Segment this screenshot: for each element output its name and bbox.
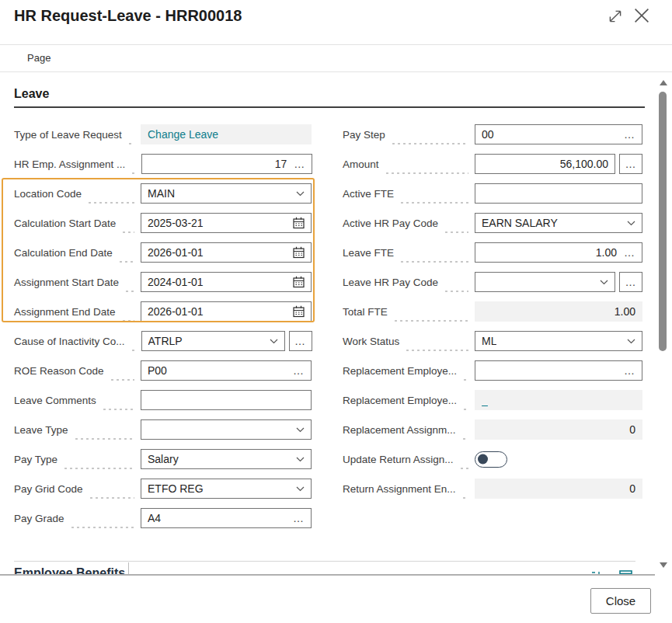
calendar-icon[interactable]: [293, 217, 305, 229]
dotted-leader: [385, 154, 468, 174]
dotted-leader: [110, 360, 134, 381]
leave-comments-field[interactable]: [141, 390, 312, 410]
assist-ellipsis-icon[interactable]: …: [293, 514, 305, 522]
field-label: Active HR Pay Code: [343, 218, 438, 229]
field-row-assignment-end-date: Assignment End Date 2026-01-01: [14, 301, 312, 322]
dotted-leader: [124, 272, 134, 292]
field-label: Amount: [343, 158, 379, 170]
field-label: Return Assignment En...: [343, 483, 456, 495]
assist-ellipsis-button[interactable]: …: [619, 272, 642, 292]
field-label: Assignment Start Date: [14, 277, 119, 288]
active-hr-pay-code-select[interactable]: EARN SALARY: [475, 213, 642, 233]
dotted-leader: [131, 154, 135, 174]
pay-grade-field[interactable]: A4…: [141, 508, 312, 528]
pay-step-field[interactable]: 00…: [475, 124, 642, 144]
dotted-leader: [462, 360, 468, 381]
section-title-leave: Leave: [14, 87, 49, 101]
calculation-end-date-field[interactable]: 2026-01-01: [141, 242, 312, 263]
replacement-employee-field[interactable]: …: [475, 360, 642, 381]
dialog-title: HR Request-Leave - HRR00018: [14, 7, 242, 25]
chevron-down-icon: [296, 486, 305, 492]
dotted-leader: [399, 242, 468, 263]
field-label: HR Emp. Assignment ...: [14, 158, 125, 170]
field-row-replacement-employee-name: Replacement Employe... _: [343, 390, 642, 410]
field-label: Replacement Employe...: [343, 365, 457, 377]
chevron-down-icon: [600, 280, 608, 285]
dotted-leader: [121, 213, 134, 233]
assist-ellipsis-icon[interactable]: …: [624, 367, 635, 374]
field-label: Leave Type: [14, 424, 68, 436]
hr-emp-assignment-field[interactable]: 17…: [141, 154, 312, 174]
field-label: Work Status: [343, 336, 399, 347]
field-label: Pay Type: [14, 454, 57, 465]
dotted-leader: [127, 124, 134, 144]
calendar-icon[interactable]: [293, 276, 305, 288]
expand-dialog-icon[interactable]: [607, 8, 624, 25]
roe-reason-code-field[interactable]: P00…: [141, 360, 312, 381]
field-row-replacement-employee: Replacement Employe... …: [343, 360, 642, 381]
work-status-select[interactable]: ML: [475, 331, 642, 351]
field-row-active-fte: Active FTE: [343, 183, 642, 204]
assist-ellipsis-icon[interactable]: …: [624, 249, 635, 256]
leave-hr-pay-code-select[interactable]: [475, 272, 615, 292]
calendar-icon[interactable]: [293, 305, 305, 318]
field-label: Active FTE: [343, 188, 394, 200]
field-row-replacement-assignment: Replacement Assignm... 0: [343, 419, 642, 440]
dotted-leader: [63, 449, 134, 469]
field-row-roe-reason-code: ROE Reason Code P00…: [14, 360, 312, 381]
cause-of-inactivity-code-select[interactable]: ATRLP: [141, 331, 285, 351]
field-row-return-assignment-entry: Return Assignment En... 0: [343, 479, 642, 499]
assist-ellipsis-icon[interactable]: …: [624, 131, 635, 138]
close-button[interactable]: Close: [590, 588, 651, 614]
menu-item-page[interactable]: Page: [27, 50, 50, 67]
dotted-leader: [118, 242, 134, 263]
field-label: Leave HR Pay Code: [343, 277, 438, 288]
replacement-employee-name-field[interactable]: _: [475, 390, 642, 410]
dotted-leader: [87, 183, 134, 204]
field-label: Leave FTE: [343, 247, 394, 259]
active-fte-field[interactable]: [475, 183, 642, 204]
assist-ellipsis-icon[interactable]: …: [294, 160, 305, 168]
assist-ellipsis-icon[interactable]: …: [293, 367, 305, 374]
calendar-icon[interactable]: [293, 246, 305, 259]
field-row-active-hr-pay-code: Active HR Pay Code EARN SALARY: [343, 213, 642, 233]
dotted-leader: [461, 479, 468, 499]
chevron-down-icon: [627, 221, 635, 226]
scroll-down-arrow-icon[interactable]: [660, 562, 667, 568]
field-row-calculation-start-date: Calculation Start Date 2025-03-21: [14, 213, 312, 233]
dotted-leader: [74, 419, 134, 440]
chevron-down-icon: [296, 427, 305, 433]
chevron-down-icon: [296, 457, 305, 462]
leave-fte-field[interactable]: 1.00…: [475, 242, 642, 263]
chevron-down-icon: [627, 339, 635, 344]
type-of-leave-request-field[interactable]: Change Leave: [141, 124, 312, 144]
field-row-update-return-assignment: Update Return Assign...: [343, 449, 642, 469]
vertical-scrollbar[interactable]: [656, 75, 669, 573]
field-row-leave-fte: Leave FTE 1.00…: [343, 242, 642, 263]
location-code-select[interactable]: MAIN: [141, 183, 312, 204]
assist-ellipsis-button[interactable]: …: [619, 154, 642, 174]
assist-ellipsis-button[interactable]: …: [289, 331, 312, 351]
close-dialog-icon[interactable]: [632, 6, 651, 25]
field-row-cause-of-inactivity-code: Cause of Inactivity Co... ATRLP…: [14, 331, 312, 351]
scrollbar-thumb[interactable]: [659, 92, 667, 351]
leave-type-select[interactable]: [141, 419, 312, 440]
chevron-down-icon: [270, 339, 278, 344]
dotted-leader: [102, 390, 134, 410]
update-return-assignment-toggle[interactable]: [475, 451, 507, 468]
pay-grid-code-select[interactable]: ETFO REG: [141, 479, 312, 499]
field-label: Location Code: [14, 188, 82, 200]
field-row-pay-grade: Pay Grade A4…: [14, 508, 312, 528]
scroll-up-arrow-icon[interactable]: [660, 80, 667, 85]
amount-field[interactable]: 56,100.00: [475, 154, 615, 174]
column-splitter: [128, 562, 129, 575]
dotted-leader: [462, 390, 468, 410]
pay-type-select[interactable]: Salary: [141, 449, 312, 469]
assignment-end-date-field[interactable]: 2026-01-01: [141, 301, 312, 322]
calculation-start-date-field[interactable]: 2025-03-21: [141, 213, 312, 233]
assignment-start-date-field[interactable]: 2024-01-01: [141, 272, 312, 292]
dotted-leader: [391, 124, 468, 144]
field-label: Assignment End Date: [14, 306, 116, 318]
field-label: Update Return Assign...: [343, 454, 454, 465]
dotted-leader: [405, 331, 468, 351]
